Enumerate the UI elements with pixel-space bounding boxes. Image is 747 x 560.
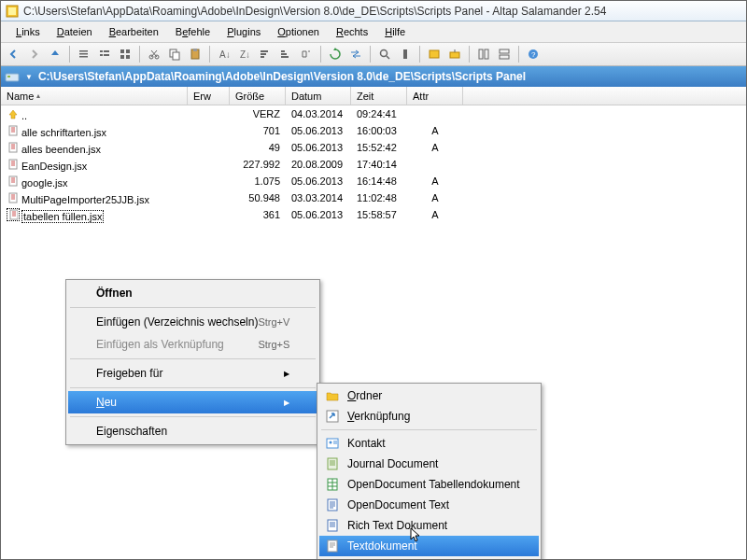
file-date: 04.03.2014 — [286, 107, 351, 120]
file-size: 361 — [230, 208, 286, 221]
tool-split-h-icon[interactable] — [474, 45, 493, 63]
tool-copy-icon[interactable] — [165, 45, 184, 63]
context-new[interactable]: Neu▶ — [68, 391, 317, 413]
svg-rect-25 — [281, 53, 287, 55]
file-erw — [188, 197, 230, 199]
table-row[interactable]: .. VERZ 04.03.2014 09:24:41 — [1, 105, 746, 122]
file-size: VERZ — [230, 107, 286, 120]
svg-rect-49 — [328, 458, 337, 469]
submenu-journal[interactable]: Journal Document — [319, 454, 539, 474]
tool-thumbs-icon[interactable] — [116, 45, 134, 63]
file-time: 15:52:42 — [351, 141, 407, 154]
tool-paste-icon[interactable] — [186, 45, 204, 63]
file-date: 05.06.2013 — [286, 141, 351, 154]
file-time: 15:58:57 — [351, 208, 407, 221]
context-paste-cd[interactable]: Einfügen (Verzeichnis wechseln)Strg+V — [68, 311, 317, 333]
window-title: C:\Users\Stefan\AppData\Roaming\Adobe\In… — [23, 5, 606, 18]
menu-hilfe[interactable]: Hilfe — [377, 23, 413, 40]
tool-details-icon[interactable] — [95, 45, 114, 63]
tool-sort4-icon[interactable] — [276, 45, 295, 63]
svg-rect-29 — [403, 49, 407, 59]
submenu-arrow-icon: ▶ — [284, 399, 289, 407]
tool-filter-icon[interactable] — [396, 45, 415, 63]
tool-up-icon[interactable] — [46, 45, 64, 63]
submenu-zip[interactable]: ZIP-komprimierter Ordner — [319, 556, 539, 560]
file-time: 17:40:14 — [351, 158, 407, 171]
toolbar-separator — [139, 46, 140, 63]
file-date: 05.06.2013 — [286, 175, 351, 188]
file-erw — [188, 113, 230, 115]
tool-srefresh-icon[interactable] — [326, 45, 345, 63]
submenu-opendoc-text[interactable]: OpenDocument Text — [319, 495, 539, 515]
tool-zip-icon[interactable] — [425, 45, 444, 63]
tool-help-icon[interactable]: ? — [524, 45, 543, 63]
submenu-shortcut[interactable]: Verknüpfung — [319, 406, 539, 427]
tool-swap-icon[interactable] — [346, 45, 365, 63]
drive-dropdown-icon[interactable]: ▼ — [25, 73, 33, 81]
file-name: MultiPageImporter25JJB.jsx — [21, 194, 149, 205]
table-row[interactable]: tabellen füllen.jsx 361 05.06.2013 15:58… — [1, 206, 746, 223]
file-icon — [7, 191, 20, 204]
tool-find-icon[interactable] — [375, 45, 394, 63]
table-row[interactable]: EanDesign.jsx 227.992 20.08.2009 17:40:1… — [1, 156, 746, 173]
tool-split-v-icon[interactable] — [495, 45, 514, 63]
submenu-folder[interactable]: Ordner — [319, 385, 539, 406]
tool-unzip-icon[interactable] — [445, 45, 464, 63]
tool-sort5-icon[interactable] — [297, 45, 316, 63]
file-name: alle schriftarten.jsx — [21, 127, 106, 138]
svg-rect-33 — [485, 49, 488, 59]
file-name: google.jsx — [21, 177, 68, 189]
menu-befehle[interactable]: Befehle — [168, 23, 218, 40]
menu-rechts[interactable]: Rechts — [329, 23, 375, 40]
context-menu: Öffnen Einfügen (Verzeichnis wechseln)St… — [65, 279, 320, 445]
file-list[interactable]: .. VERZ 04.03.2014 09:24:41 alle schrift… — [1, 105, 746, 223]
file-attr: A — [407, 124, 463, 137]
table-row[interactable]: alle schriftarten.jsx 701 05.06.2013 16:… — [1, 122, 746, 139]
file-date: 05.06.2013 — [286, 208, 351, 221]
tool-back-icon[interactable] — [5, 45, 23, 63]
current-path[interactable]: C:\Users\Stefan\AppData\Roaming\Adobe\In… — [38, 70, 526, 83]
file-attr: A — [407, 208, 463, 221]
tool-list-icon[interactable] — [75, 45, 93, 63]
menu-plugins[interactable]: Plugins — [219, 23, 268, 40]
tool-forward-icon[interactable] — [25, 45, 44, 63]
svg-rect-23 — [261, 56, 264, 58]
file-attr: A — [407, 191, 463, 204]
context-open[interactable]: Öffnen — [68, 282, 317, 304]
svg-rect-4 — [79, 56, 88, 58]
submenu-kontakt[interactable]: Kontakt — [319, 433, 539, 454]
svg-rect-31 — [450, 52, 459, 58]
table-row[interactable]: google.jsx 1.075 05.06.2013 16:14:48 A — [1, 173, 746, 189]
context-share[interactable]: Freigeben für▶ — [68, 362, 317, 385]
text-doc-icon — [325, 497, 340, 512]
svg-rect-52 — [328, 520, 337, 531]
col-header-name[interactable]: Name — [1, 87, 188, 105]
svg-rect-11 — [120, 55, 124, 59]
tool-sort3-icon[interactable] — [256, 45, 275, 63]
menu-dateien[interactable]: Dateien — [49, 23, 100, 40]
tool-cut-icon[interactable] — [145, 45, 163, 63]
menu-bearbeiten[interactable]: Bearbeiten — [102, 23, 166, 40]
file-size: 701 — [230, 124, 286, 137]
table-row[interactable]: MultiPageImporter25JJB.jsx 50.948 03.03.… — [1, 189, 746, 206]
tool-sort2-icon[interactable]: Z↓ — [235, 45, 254, 63]
col-header-groesse[interactable]: Größe — [230, 87, 286, 105]
file-size: 227.992 — [230, 158, 286, 171]
col-header-zeit[interactable]: Zeit — [351, 87, 407, 105]
menu-separator — [70, 307, 316, 308]
menu-optionen[interactable]: Optionen — [270, 23, 327, 40]
table-row[interactable]: alles beenden.jsx 49 05.06.2013 15:52:42… — [1, 139, 746, 156]
tool-sort1-icon[interactable]: A↓ — [215, 45, 233, 63]
submenu-rtf[interactable]: Rich Text Dokument — [319, 515, 539, 536]
submenu-opendoc-table[interactable]: OpenDocument Tabellendokument — [319, 474, 539, 495]
menu-links[interactable]: Links — [8, 23, 48, 40]
col-header-erw[interactable]: Erw — [188, 87, 230, 105]
context-properties[interactable]: Eigenschaften — [68, 420, 317, 442]
app-icon — [5, 4, 20, 19]
col-header-datum[interactable]: Datum — [286, 87, 351, 105]
col-header-attr[interactable]: Attr — [407, 87, 463, 105]
submenu-textdokument[interactable]: Textdokument — [319, 536, 539, 556]
drive-icon[interactable] — [5, 69, 20, 84]
svg-rect-3 — [79, 53, 88, 55]
submenu-new: Ordner Verknüpfung Kontakt Journal Docum… — [317, 383, 542, 560]
